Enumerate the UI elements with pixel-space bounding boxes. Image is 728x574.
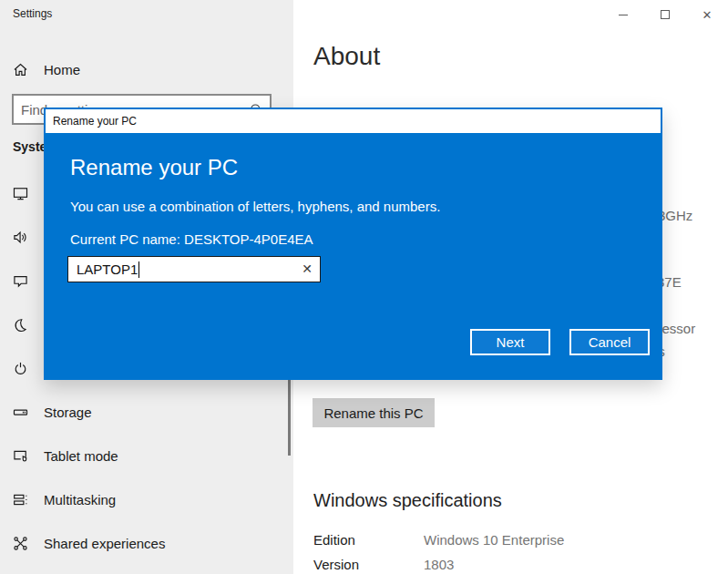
spec-value: 1803: [424, 557, 454, 574]
spec-label: Edition: [313, 532, 424, 550]
minimize-icon: [619, 15, 628, 15]
spec-row-edition: Edition Windows 10 Enterprise: [313, 532, 696, 550]
dialog-titlebar[interactable]: Rename your PC: [46, 109, 661, 133]
tablet-mode-icon: [13, 448, 28, 464]
dialog-title: Rename your PC: [53, 115, 137, 128]
sidebar-item-home[interactable]: Home: [0, 53, 293, 86]
sidebar-item-storage-label: Storage: [44, 405, 92, 420]
sidebar-item-shared-experiences[interactable]: Shared experiences: [0, 527, 293, 559]
display-icon: [13, 186, 28, 201]
windows-specifications-heading: Windows specifications: [313, 490, 502, 511]
close-button[interactable]: ✕: [686, 0, 728, 29]
settings-window: Settings Home System: [0, 0, 728, 574]
spec-label: Version: [313, 557, 424, 574]
dialog-description: You can use a combination of letters, hy…: [70, 199, 440, 214]
maximize-icon: [661, 10, 670, 19]
sidebar-item-multitasking-label: Multitasking: [44, 492, 116, 507]
shared-experiences-icon: [13, 536, 28, 551]
spec-row-version: Version 1803: [313, 557, 696, 574]
text-caret: [138, 261, 139, 278]
close-icon: ✕: [702, 9, 713, 21]
device-spec-fragment: 3GHz: [658, 208, 692, 223]
minimize-button[interactable]: [602, 0, 644, 29]
sidebar-item-shared-experiences-label: Shared experiences: [44, 536, 165, 551]
maximize-button[interactable]: [644, 0, 686, 29]
window-controls: ✕: [602, 0, 728, 29]
sidebar-item-multitasking[interactable]: Multitasking: [0, 483, 293, 516]
notifications-icon: [13, 273, 28, 289]
sidebar-item-storage[interactable]: Storage: [0, 395, 293, 428]
home-icon: [13, 62, 28, 77]
sidebar-item-home-label: Home: [44, 62, 80, 77]
rename-this-pc-button[interactable]: Rename this PC: [313, 398, 435, 427]
multitasking-icon: [13, 492, 28, 507]
sidebar-item-tablet-mode-label: Tablet mode: [44, 448, 118, 464]
sound-icon: [13, 230, 28, 245]
cancel-button[interactable]: Cancel: [569, 329, 650, 355]
power-icon: [13, 361, 28, 376]
focus-assist-icon: [13, 317, 28, 333]
rename-pc-dialog: Rename your PC Rename your PC You can us…: [44, 108, 662, 380]
sidebar-item-tablet-mode[interactable]: Tablet mode: [0, 439, 293, 472]
storage-icon: [13, 405, 28, 420]
page-title: About: [313, 42, 380, 71]
clear-input-icon[interactable]: ✕: [302, 261, 313, 276]
current-pc-name-label: Current PC name: DESKTOP-4P0E4EA: [70, 231, 313, 247]
next-button[interactable]: Next: [470, 329, 550, 355]
pc-name-input-value: LAPTOP1: [77, 261, 138, 277]
window-title: Settings: [13, 7, 52, 20]
dialog-heading: Rename your PC: [70, 155, 238, 180]
spec-value: Windows 10 Enterprise: [424, 532, 564, 550]
pc-name-input[interactable]: LAPTOP1 ✕: [67, 256, 321, 282]
